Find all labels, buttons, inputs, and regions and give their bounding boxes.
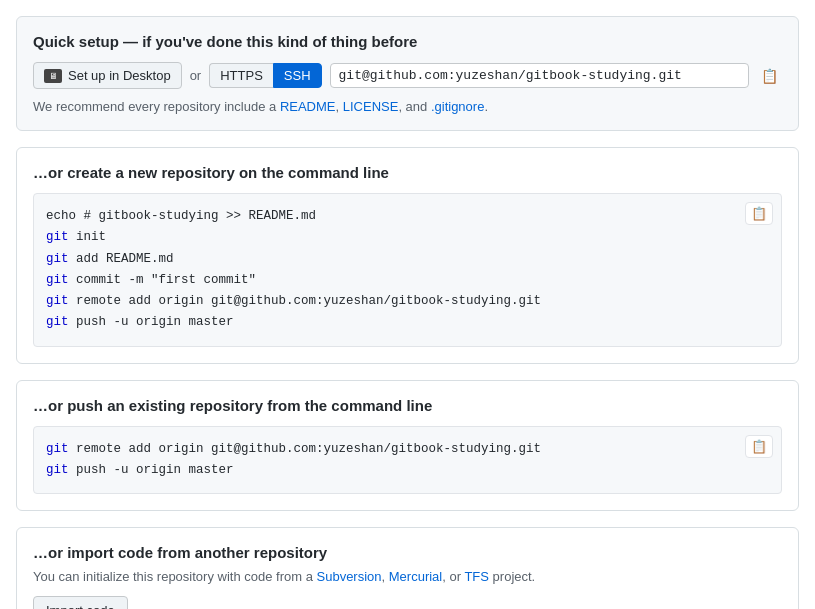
setup-desktop-button[interactable]: 🖥 Set up in Desktop	[33, 62, 182, 89]
push-existing-code: git remote add origin git@github.com:yuz…	[46, 439, 741, 482]
quick-setup-section: Quick setup — if you've done this kind o…	[16, 16, 799, 131]
repo-url-input[interactable]	[339, 68, 740, 83]
clipboard-icon: 📋	[751, 439, 767, 454]
push-existing-section: …or push an existing repository from the…	[16, 380, 799, 512]
protocol-group: HTTPS SSH	[209, 63, 321, 88]
desktop-btn-label: Set up in Desktop	[68, 68, 171, 83]
push-existing-title: …or push an existing repository from the…	[33, 397, 782, 414]
clipboard-icon: 📋	[761, 68, 778, 84]
create-new-section: …or create a new repository on the comma…	[16, 147, 799, 364]
readme-link[interactable]: README	[280, 99, 336, 114]
create-new-code-block: echo # gitbook-studying >> README.md git…	[33, 193, 782, 347]
or-text: or	[190, 68, 202, 83]
license-link[interactable]: LICENSE	[343, 99, 399, 114]
import-description: You can initialize this repository with …	[33, 569, 782, 584]
import-code-button[interactable]: Import code	[33, 596, 128, 609]
recommend-text: We recommend every repository include a …	[33, 99, 782, 114]
clipboard-icon: 📋	[751, 206, 767, 221]
tfs-link[interactable]: TFS	[464, 569, 489, 584]
ssh-button[interactable]: SSH	[273, 63, 322, 88]
quick-setup-title: Quick setup — if you've done this kind o…	[33, 33, 782, 50]
import-btn-label: Import code	[46, 603, 115, 609]
mercurial-link[interactable]: Mercurial	[389, 569, 442, 584]
import-title: …or import code from another repository	[33, 544, 782, 561]
gitignore-link[interactable]: .gitignore	[431, 99, 484, 114]
import-section: …or import code from another repository …	[16, 527, 799, 609]
subversion-link[interactable]: Subversion	[317, 569, 382, 584]
desktop-icon: 🖥	[44, 69, 62, 83]
copy-push-existing-button[interactable]: 📋	[745, 435, 773, 458]
page-container: Quick setup — if you've done this kind o…	[0, 0, 815, 609]
copy-url-button[interactable]: 📋	[757, 66, 782, 86]
push-existing-code-block: git remote add origin git@github.com:yuz…	[33, 426, 782, 495]
url-input-wrapper	[330, 63, 749, 88]
create-new-title: …or create a new repository on the comma…	[33, 164, 782, 181]
create-new-code: echo # gitbook-studying >> README.md git…	[46, 206, 741, 334]
https-button[interactable]: HTTPS	[209, 63, 273, 88]
setup-controls: 🖥 Set up in Desktop or HTTPS SSH 📋	[33, 62, 782, 89]
copy-create-new-button[interactable]: 📋	[745, 202, 773, 225]
